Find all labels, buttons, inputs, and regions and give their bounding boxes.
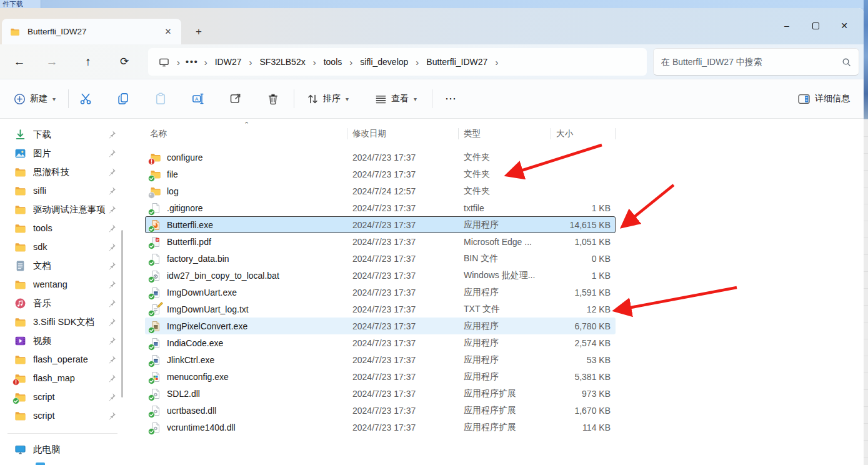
file-row[interactable]: P Butterfli.pdf 2024/7/23 17:37 Microsof…	[145, 233, 616, 250]
sidebar-item-思澈科技[interactable]: 思澈科技	[2, 162, 122, 181]
sidebar-item-label: script	[33, 411, 107, 421]
sidebar-item-图片[interactable]: 图片	[2, 144, 122, 162]
file-row[interactable]: idw27_bin_copy_to_local.bat 2024/7/23 17…	[145, 267, 616, 284]
sidebar-item-flash_operate[interactable]: flash_operate	[2, 350, 122, 369]
sidebar-item-3.Sifli SDK文档[interactable]: 3.Sifli SDK文档	[2, 312, 122, 331]
file-row[interactable]: IndiaCode.exe 2024/7/23 17:37 应用程序 2,574…	[145, 334, 616, 351]
breadcrumb-overflow[interactable]: •••	[183, 57, 201, 67]
new-tab-button[interactable]: +	[191, 24, 207, 40]
chevron-down-icon: ▾	[414, 96, 417, 102]
file-row[interactable]: SDL2.dll 2024/7/23 17:37 应用程序扩展 973 KB	[145, 385, 616, 402]
file-row[interactable]: JlinkCtrl.exe 2024/7/23 17:37 应用程序 53 KB	[145, 351, 616, 368]
breadcrumb-segment[interactable]: IDW27	[211, 54, 246, 69]
column-header-name[interactable]: 名称	[145, 125, 347, 142]
file-row[interactable]: factory_data.bin 2024/7/23 17:37 BIN 文件 …	[145, 250, 616, 267]
sidebar-item-音乐[interactable]: 音乐	[2, 294, 122, 312]
column-header-date[interactable]: 修改日期	[347, 125, 459, 142]
minimize-button[interactable]: –	[772, 14, 801, 37]
file-size-cell: 1 KB	[551, 199, 616, 216]
sidebar-item-flash_map[interactable]: flash_map	[2, 369, 122, 388]
close-button[interactable]: ✕	[830, 14, 859, 37]
file-row[interactable]: ImgPixelConvert.exe 2024/7/23 17:37 应用程序…	[145, 318, 616, 334]
column-header-size[interactable]: 大小	[551, 125, 616, 142]
file-row[interactable]: ImgDownUart_log.txt 2024/7/23 17:37 TXT …	[145, 301, 616, 318]
file-size-cell: 1,591 KB	[551, 284, 616, 301]
file-name-cell: factory_data.bin	[145, 250, 347, 267]
more-options-button[interactable]: ⋯	[439, 87, 463, 111]
column-header-type[interactable]: 类型	[459, 125, 551, 142]
cut-icon	[79, 92, 92, 105]
file-row[interactable]: ImgDownUart.exe 2024/7/23 17:37 应用程序 1,5…	[145, 284, 616, 301]
paste-button[interactable]	[150, 88, 171, 109]
file-name: vcruntime140d.dll	[167, 422, 236, 432]
sidebar-item-label: flash_map	[33, 373, 107, 383]
sidebar-item-wentang[interactable]: wentang	[2, 275, 122, 294]
breadcrumb-segment[interactable]: tools	[319, 54, 347, 69]
refresh-button[interactable]: ⟳	[114, 51, 135, 72]
file-name: Butterfli.exe	[167, 220, 213, 230]
dll-icon	[150, 422, 161, 433]
file-row[interactable]: vcruntime140d.dll 2024/7/23 17:37 应用程序扩展…	[145, 419, 616, 436]
share-button[interactable]	[225, 88, 246, 109]
maximize-button[interactable]	[801, 14, 830, 37]
details-pane-button[interactable]: 详细信息	[798, 93, 850, 104]
sidebar-divider	[7, 433, 117, 434]
address-bar[interactable]: › ••• ›IDW27 ›SF32LB52x ›tools ›sifli_de…	[148, 48, 647, 76]
background-tab[interactable]: 件下载	[0, 0, 41, 8]
file-row[interactable]: menuconfig.exe 2024/7/23 17:37 应用程序 5,38…	[145, 368, 616, 385]
sidebar-item-script[interactable]: script	[2, 388, 122, 406]
back-button[interactable]: ←	[9, 51, 30, 72]
exe-icon	[150, 287, 161, 298]
document-icon	[14, 260, 26, 272]
up-button[interactable]: ↑	[77, 51, 99, 72]
sort-button[interactable]: 排序 ▾	[301, 88, 355, 110]
file-row[interactable]: log 2024/7/24 12:57 文件夹	[145, 182, 616, 199]
sidebar-item-视频[interactable]: 视频	[2, 331, 122, 350]
sidebar-scrollbar[interactable]	[121, 230, 123, 398]
file-date-cell: 2024/7/23 17:37	[347, 334, 459, 351]
file-name: SDL2.dll	[167, 389, 200, 399]
breadcrumb-segment[interactable]: Butterfli_IDW27	[422, 54, 492, 69]
window-controls: – ✕	[772, 14, 859, 37]
paste-icon	[154, 92, 167, 105]
breadcrumb-segment[interactable]: sifli_develop	[356, 54, 412, 69]
file-row[interactable]: ucrtbased.dll 2024/7/23 17:37 应用程序扩展 1,6…	[145, 402, 616, 419]
sidebar-item-下载[interactable]: 下载	[2, 125, 122, 144]
pin-icon	[107, 205, 116, 214]
file-name: ImgDownUart_log.txt	[167, 304, 249, 314]
forward-button[interactable]: →	[41, 51, 62, 72]
copy-button[interactable]	[112, 88, 134, 109]
sidebar-item-sifli[interactable]: sifli	[2, 181, 122, 200]
file-type-cell: 应用程序	[459, 318, 551, 334]
music-icon	[14, 298, 26, 309]
sidebar-item-label: 图片	[33, 148, 107, 159]
search-input[interactable]	[661, 57, 842, 67]
exe-icon	[150, 338, 161, 349]
file-date-cell: 2024/7/23 17:37	[347, 199, 459, 216]
file-row[interactable]: file 2024/7/23 17:37 文件夹	[145, 166, 616, 182]
new-button[interactable]: 新建 ▾	[7, 88, 62, 110]
sidebar-item-this-pc[interactable]: 此电脑	[2, 440, 122, 459]
sidebar-item-script[interactable]: script	[2, 406, 122, 425]
dll-icon	[150, 405, 161, 416]
sidebar-item-驱动调试注意事项[interactable]: 驱动调试注意事项	[2, 200, 122, 219]
file-row[interactable]: Butterfli.exe 2024/7/23 17:37 应用程序 14,61…	[145, 216, 616, 233]
file-size-cell: 14,615 KB	[551, 216, 616, 233]
delete-button[interactable]	[262, 88, 284, 109]
breadcrumb-separator: ›	[346, 57, 356, 68]
rename-button[interactable]: A	[187, 88, 209, 109]
search-box[interactable]	[653, 48, 859, 76]
file-row[interactable]: .gitignore 2024/7/23 17:37 txtfile 1 KB	[145, 199, 616, 216]
file-row[interactable]: configure 2024/7/23 17:37 文件夹	[145, 149, 616, 166]
sidebar-item-sdk[interactable]: sdk	[2, 238, 122, 256]
sidebar-item-文档[interactable]: 文档	[2, 256, 122, 275]
explorer-tab[interactable]: Butterfli_IDW27 ✕	[2, 19, 181, 44]
this-pc-icon[interactable]	[154, 54, 174, 70]
tab-close-icon[interactable]: ✕	[161, 25, 175, 39]
dll-icon	[150, 388, 161, 399]
sidebar-item-tools[interactable]: tools	[2, 219, 122, 238]
cut-button[interactable]	[75, 88, 96, 109]
file-type-cell: 应用程序	[459, 284, 551, 301]
breadcrumb-segment[interactable]: SF32LB52x	[256, 54, 310, 69]
view-button[interactable]: 查看 ▾	[369, 88, 423, 110]
